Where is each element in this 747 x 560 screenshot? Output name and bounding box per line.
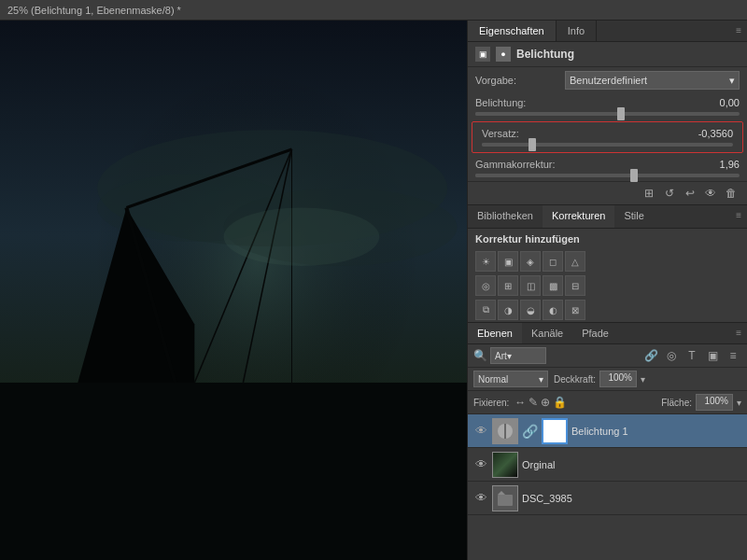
gamma-slider-fill	[475, 174, 634, 177]
properties-header: ▣ ● Belichtung	[468, 42, 747, 67]
layer-vis-dsc3985[interactable]: 👁	[473, 491, 488, 506]
canvas-area[interactable]	[0, 21, 467, 560]
tab-eigenschaften[interactable]: Eigenschaften	[468, 21, 557, 41]
blend-mode-select[interactable]: Normal ▾	[473, 371, 548, 387]
canvas-image	[0, 21, 467, 560]
layer-item-belichtung[interactable]: 👁 🔗 Belichtung 1	[468, 414, 747, 448]
gamma-slider-track[interactable]	[475, 174, 740, 177]
belichtung-slider-fill	[475, 112, 621, 116]
correction-grid-row3: ⧉ ◑ ◒ ◐ ⊠	[468, 298, 747, 322]
corr-mixer-icon[interactable]: ⊟	[565, 275, 585, 296]
corr-posterize-icon[interactable]: ◒	[520, 300, 541, 320]
layer-item-dsc3985[interactable]: 👁 DSC_3985	[468, 482, 747, 515]
fix-label: Fixieren:	[473, 398, 509, 408]
opacity-label: Deckkraft:	[554, 374, 596, 385]
layer-item-orginal[interactable]: 👁 Orginal	[468, 448, 747, 482]
link-icon[interactable]: 🔗	[642, 347, 659, 364]
belichtung-value: 0,00	[565, 97, 740, 108]
corr-hsl-icon[interactable]: ◎	[475, 275, 496, 296]
gamma-slider-container	[468, 174, 747, 181]
reset-icon[interactable]: ↺	[661, 185, 678, 202]
adjustment-icon	[494, 420, 516, 442]
belichtung-row: Belichtung: 0,00	[468, 93, 747, 112]
layers-collapse-btn[interactable]: ≡	[730, 323, 747, 343]
eye-icon[interactable]: 👁	[702, 185, 719, 202]
prop-icon-2: ●	[496, 47, 511, 62]
grid-icon[interactable]: ⊞	[641, 185, 657, 202]
fix-pos-icon[interactable]: ⊕	[541, 396, 550, 409]
belichtung-slider-track[interactable]	[475, 112, 740, 116]
layer-group-icon[interactable]: ▣	[704, 347, 721, 364]
correction-title: Korrektur hinzufügen	[468, 229, 747, 249]
layer-type-select[interactable]: Art ▾	[490, 347, 546, 364]
gamma-row: Gammakorrektur: 1,96	[468, 155, 747, 174]
svg-rect-5	[0, 383, 467, 560]
belichtung-slider-thumb[interactable]	[617, 107, 625, 120]
fix-move-icon[interactable]: ↔	[514, 396, 526, 409]
layers-blend-row: Normal ▾ Deckkraft: 100% ▾	[468, 368, 747, 391]
fill-label: Fläche:	[661, 398, 692, 408]
layers-toolbar: 🔍 Art ▾ 🔗 ◎ T ▣ ≡	[468, 344, 747, 368]
layer-name-orginal: Orginal	[522, 459, 741, 470]
right-panel: Eigenschaften Info ≡ ▣ ● Belichtung Vorg…	[467, 21, 747, 560]
vorgabe-dropdown[interactable]: Benutzerdefiniert ▾	[565, 71, 740, 90]
layer-more-icon[interactable]: ≡	[725, 347, 741, 364]
folder-icon	[496, 489, 514, 508]
corr-gradmap-icon[interactable]: ⊠	[565, 300, 585, 320]
layer-thumb-orginal	[492, 452, 518, 478]
corr-colorbalance-icon[interactable]: ⊞	[498, 275, 518, 296]
gamma-slider-thumb[interactable]	[630, 169, 638, 182]
layers-panel: Ebenen Kanäle Pfade ≡ 🔍 Art ▾ 🔗 ◎ T	[468, 323, 747, 560]
corr-exposure-icon[interactable]: ◻	[543, 251, 563, 272]
corrections-collapse-btn[interactable]: ≡	[730, 205, 747, 228]
search-icon: 🔍	[473, 349, 487, 362]
belichtung-label: Belichtung:	[475, 97, 559, 108]
delete-icon[interactable]: 🗑	[723, 185, 740, 202]
layer-mask-icon[interactable]: T	[684, 347, 700, 364]
corr-vibrance-icon[interactable]: △	[565, 251, 585, 272]
belichtung-slider-container	[468, 112, 747, 119]
layer-name-dsc3985: DSC_3985	[522, 493, 741, 504]
prop-title: Belichtung	[516, 48, 574, 61]
tab-pfade[interactable]: Pfade	[572, 323, 618, 343]
versatz-row: Versatz: -0,3560	[474, 124, 740, 143]
fix-icons: ↔ ✎ ⊕ 🔒	[514, 396, 567, 409]
opacity-value[interactable]: 100%	[599, 371, 637, 387]
layer-style-icon[interactable]: ◎	[663, 347, 680, 364]
svg-point-11	[224, 207, 380, 266]
versatz-label: Versatz:	[482, 128, 566, 139]
corr-colorlookup-icon[interactable]: ⧉	[475, 300, 496, 320]
versatz-slider-container	[474, 143, 740, 150]
layer-link-belichtung: 🔗	[522, 424, 538, 439]
title-text: 25% (Belichtung 1, Ebenenmaske/8) *	[7, 5, 181, 16]
tab-korrekturen[interactable]: Korrekturen	[543, 205, 614, 228]
fill-arrow[interactable]: ▾	[737, 398, 741, 408]
layer-vis-belichtung[interactable]: 👁	[473, 424, 488, 439]
layer-mask-belichtung	[542, 418, 568, 444]
fix-lock-icon[interactable]: 🔒	[553, 396, 567, 409]
corr-threshold-icon[interactable]: ◐	[543, 300, 563, 320]
title-bar: 25% (Belichtung 1, Ebenenmaske/8) *	[0, 0, 747, 21]
versatz-slider-thumb[interactable]	[529, 138, 536, 151]
undo-icon[interactable]: ↩	[682, 185, 698, 202]
tab-info[interactable]: Info	[557, 21, 597, 41]
versatz-section: Versatz: -0,3560	[472, 121, 743, 153]
corr-levels-icon[interactable]: ▣	[498, 251, 518, 272]
tab-bibliotheken[interactable]: Bibliotheken	[468, 205, 543, 228]
opacity-arrow[interactable]: ▾	[641, 374, 645, 385]
tab-ebenen[interactable]: Ebenen	[468, 323, 522, 343]
corr-photo-icon[interactable]: ▩	[543, 275, 563, 296]
correction-grid-row1: ☀ ▣ ◈ ◻ △	[468, 249, 747, 273]
corr-invert-icon[interactable]: ◑	[498, 300, 518, 320]
versatz-slider-track[interactable]	[482, 143, 733, 147]
fill-value[interactable]: 100%	[696, 394, 733, 411]
fix-draw-icon[interactable]: ✎	[529, 396, 538, 409]
corr-bw-icon[interactable]: ◫	[520, 275, 541, 296]
corr-brightness-icon[interactable]: ☀	[475, 251, 496, 272]
tab-kanaele[interactable]: Kanäle	[522, 323, 572, 343]
layer-name-belichtung: Belichtung 1	[571, 426, 741, 437]
corr-curves-icon[interactable]: ◈	[520, 251, 541, 272]
tab-stile[interactable]: Stile	[614, 205, 653, 228]
layer-vis-orginal[interactable]: 👁	[473, 457, 488, 472]
panel-collapse-btn[interactable]: ≡	[730, 21, 747, 41]
